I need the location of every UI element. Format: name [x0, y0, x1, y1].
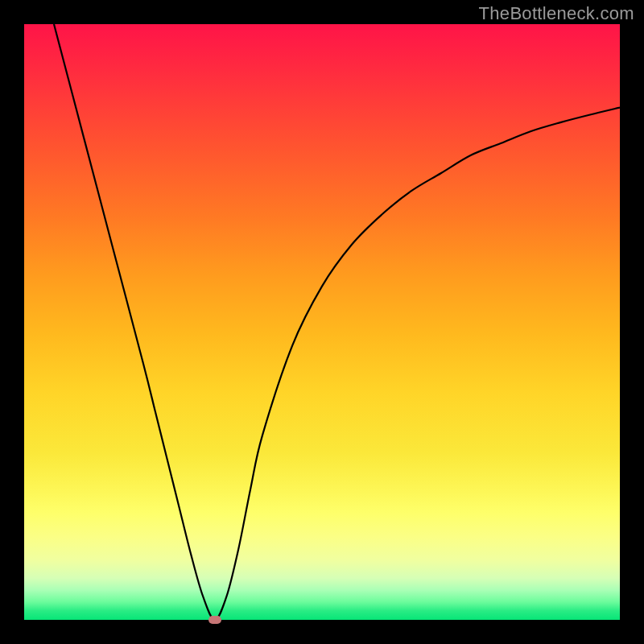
bottleneck-curve — [54, 24, 620, 620]
min-point-marker — [208, 616, 221, 624]
plot-area — [24, 24, 620, 620]
curve-svg — [24, 24, 620, 620]
watermark-text: TheBottleneck.com — [479, 3, 634, 24]
chart-frame: TheBottleneck.com — [0, 0, 644, 644]
